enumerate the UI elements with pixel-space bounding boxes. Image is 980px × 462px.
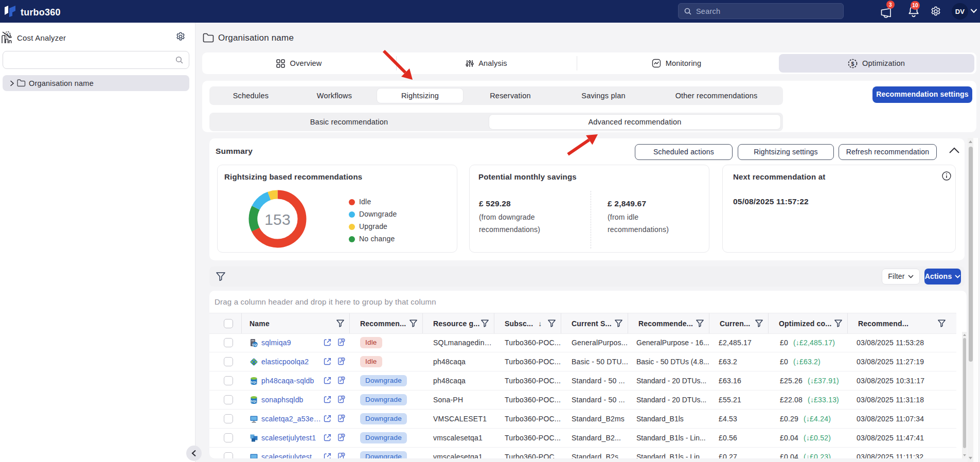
svg-text:@: @ — [342, 415, 345, 418]
svg-text:@: @ — [342, 339, 345, 342]
svg-text:@: @ — [342, 358, 345, 361]
svg-text:$: $ — [851, 60, 854, 66]
svg-text:@: @ — [342, 396, 345, 399]
svg-text:$: $ — [6, 32, 9, 37]
svg-text:SQL: SQL — [251, 400, 257, 403]
svg-text:SQL: SQL — [251, 381, 257, 384]
svg-text:@: @ — [342, 377, 345, 380]
svg-text:@: @ — [342, 453, 345, 456]
svg-text:153: 153 — [264, 211, 291, 228]
svg-text:SQL: SQL — [252, 343, 258, 346]
svg-text:@: @ — [342, 434, 345, 437]
